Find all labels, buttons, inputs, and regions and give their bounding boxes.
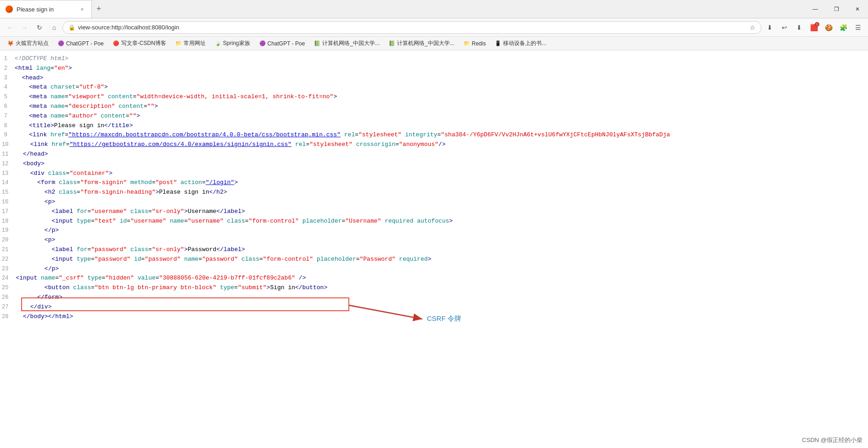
source-line: 23 </p> (0, 264, 868, 274)
line-number: 19 (2, 226, 16, 235)
tab-close-button[interactable]: × (78, 6, 86, 13)
account-button[interactable]: 🟥 1 (807, 21, 820, 34)
bookmark-label-5: ChatGPT - Poe (268, 40, 305, 47)
line-content: </p> (16, 264, 868, 274)
bookmark-item-9[interactable]: 📱移动设备上的书... (491, 39, 550, 48)
line-number: 16 (2, 198, 16, 207)
source-line: 21 <label for="password" class="sr-only"… (0, 245, 868, 255)
bookmark-item-5[interactable]: 🟣ChatGPT - Poe (256, 39, 309, 48)
history-button[interactable]: ↩ (778, 21, 791, 34)
bookmark-item-1[interactable]: 🟣ChatGPT - Poe (54, 39, 107, 48)
line-content: <link href="https://getbootstrap.com/doc… (16, 140, 868, 150)
line-content: <meta charset="utf-8"> (15, 83, 868, 92)
bookmark-icon-3: 📁 (175, 40, 182, 46)
line-number: 5 (2, 93, 15, 101)
line-number: 9 (2, 131, 15, 140)
bookmark-item-7[interactable]: 📗计算机网络_中国大学... (385, 39, 458, 48)
security-icon: 🔒 (68, 24, 75, 31)
source-line: 18 <input type="text" id="username" name… (0, 217, 868, 226)
download-button[interactable]: ⬇ (763, 21, 776, 34)
line-content: <button class="btn btn-lg btn-primary bt… (16, 283, 868, 293)
source-line: 12 <body> (0, 159, 868, 169)
line-number: 12 (2, 160, 16, 168)
bookmark-icon-4: 🍃 (215, 40, 221, 46)
line-number: 6 (2, 102, 15, 111)
source-line: 8 <title>Please sign in</title> (0, 121, 868, 131)
line-number: 26 (2, 293, 16, 302)
source-line: 16 <p> (0, 197, 868, 207)
line-number: 25 (2, 284, 16, 292)
window-controls: — ❐ ✕ (805, 0, 868, 18)
bookmark-label-1: ChatGPT - Poe (66, 40, 104, 47)
bookmark-label-3: 常用网址 (184, 39, 206, 47)
bookmark-label-6: 计算机网络_中国大学... (322, 39, 380, 47)
title-bar: Please sign in × + — ❐ ✕ (0, 0, 868, 18)
line-number: 10 (2, 140, 16, 149)
source-line: 10 <link href="https://getbootstrap.com/… (0, 140, 868, 150)
csrf-annotation-label: CSRF 令牌 (427, 314, 461, 323)
bookmark-icon-8: 📁 (464, 40, 470, 46)
forward-button[interactable]: → (18, 21, 31, 34)
source-line: 25 <button class="btn btn-lg btn-primary… (0, 283, 868, 293)
menu-button[interactable]: ☰ (851, 21, 864, 34)
watermark: CSDN @假正经的小柴 (802, 436, 862, 444)
nav-right-buttons: ⬇ ↩ ⬇ 🟥 1 🍪 🧩 ☰ (763, 21, 864, 34)
line-content: <meta name="description" content=""> (15, 102, 868, 112)
bookmark-label-0: 火狐官方站点 (16, 39, 49, 47)
line-number: 24 (2, 274, 16, 283)
line-content: <input name="_csrf" type="hidden" value=… (16, 274, 868, 283)
source-line: 1<!DOCTYPE html> (0, 54, 868, 64)
line-content: <html lang="en"> (15, 64, 868, 73)
close-window-button[interactable]: ✕ (847, 0, 868, 18)
extensions-icon[interactable]: 🧩 (837, 21, 850, 34)
new-tab-button[interactable]: + (92, 0, 106, 18)
bookmark-label-2: 写文章-CSDN博客 (121, 39, 166, 47)
browser-tab[interactable]: Please sign in × (0, 0, 92, 18)
source-view-container: 1<!DOCTYPE html>2<html lang="en">3 <head… (0, 50, 868, 441)
cookie-button[interactable]: 🍪 (822, 21, 835, 34)
source-line: 26 </form> (0, 293, 868, 302)
source-line: 6 <meta name="description" content=""> (0, 102, 868, 112)
line-content: </form> (16, 293, 868, 302)
line-number: 20 (2, 236, 16, 245)
refresh-button[interactable]: ↻ (33, 21, 46, 34)
source-line: 15 <h2 class="form-signin-heading">Pleas… (0, 188, 868, 197)
bookmark-item-6[interactable]: 📗计算机网络_中国大学... (310, 39, 383, 48)
bookmark-item-2[interactable]: 🔴写文章-CSDN博客 (109, 39, 170, 48)
source-view: 1<!DOCTYPE html>2<html lang="en">3 <head… (0, 50, 868, 441)
bookmark-icon-7: 📗 (389, 40, 395, 46)
line-content: </head> (16, 150, 868, 159)
line-content: <meta name="author" content=""> (15, 112, 868, 121)
bookmark-star-icon[interactable]: ☆ (750, 24, 756, 31)
bookmark-item-0[interactable]: 🦊火狐官方站点 (4, 39, 52, 48)
bookmark-icon-0: 🦊 (7, 40, 14, 46)
line-number: 22 (2, 255, 16, 264)
minimize-button[interactable]: — (805, 0, 826, 18)
bookmark-icon-1: 🟣 (58, 40, 64, 46)
line-number: 11 (2, 150, 16, 159)
maximize-button[interactable]: ❐ (826, 0, 847, 18)
line-content: <meta name="viewport" content="width=dev… (15, 92, 868, 102)
line-content: <!DOCTYPE html> (15, 54, 868, 64)
source-line: 5 <meta name="viewport" content="width=d… (0, 92, 868, 102)
line-number: 13 (2, 169, 16, 178)
line-number: 28 (2, 313, 16, 321)
line-content: <title>Please sign in</title> (15, 121, 868, 131)
line-content: </p> (16, 226, 868, 235)
line-number: 2 (2, 64, 15, 73)
bookmark-item-4[interactable]: 🍃Spring家族 (211, 39, 254, 48)
source-line: 20 <p> (0, 235, 868, 245)
back-button[interactable]: ← (4, 21, 17, 34)
line-content: <label for="password" class="sr-only">Pa… (16, 245, 868, 255)
bookmark-label-4: Spring家族 (223, 39, 250, 47)
home-button[interactable]: ⌂ (48, 21, 61, 34)
source-line: 17 <label for="username" class="sr-only"… (0, 207, 868, 217)
line-content: <p> (16, 235, 868, 245)
bookmark-item-8[interactable]: 📁Redis (460, 39, 490, 48)
line-content: <form class="form-signin" method="post" … (16, 178, 868, 188)
bookmark-item-3[interactable]: 📁常用网址 (172, 39, 209, 48)
line-number: 23 (2, 265, 16, 274)
source-line: 27 </div> (0, 302, 868, 312)
extensions-button[interactable]: ⬇ (793, 21, 806, 34)
address-bar-input[interactable] (78, 24, 744, 31)
